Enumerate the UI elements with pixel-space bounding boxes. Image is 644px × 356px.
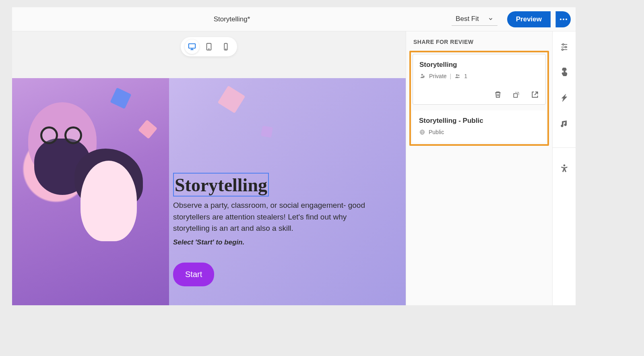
share-panel: SHARE FOR REVIEW Storytelling Private | … (406, 31, 552, 305)
resize-icon[interactable] (512, 91, 520, 99)
meta-divider: | (450, 73, 452, 79)
rail-audio[interactable] (559, 118, 570, 129)
trash-icon[interactable] (494, 91, 502, 99)
decor-shape (218, 86, 246, 114)
svg-point-4 (208, 49, 209, 49)
rail-divider (553, 147, 576, 148)
share-card-title: Storytelling (419, 61, 539, 69)
app-window: Storytelling* Best Fit Preview (12, 7, 576, 305)
device-switcher (181, 37, 237, 56)
slide[interactable]: Storytelling Observe a party, classroom,… (12, 78, 406, 305)
slide-hint[interactable]: Select 'Start' to begin. (173, 238, 394, 246)
slide-heading[interactable]: Storytelling (175, 174, 267, 196)
desktop-icon (188, 42, 196, 51)
more-icon (560, 19, 567, 20)
share-card-title: Storytelling - Public (419, 117, 539, 125)
mobile-icon (221, 42, 230, 51)
chevron-down-icon (488, 16, 493, 22)
share-card-private[interactable]: Storytelling Private | 1 (413, 54, 546, 105)
svg-rect-8 (423, 76, 425, 77)
decor-shape (261, 126, 273, 138)
share-heading: SHARE FOR REVIEW (406, 39, 552, 51)
svg-rect-13 (514, 94, 517, 97)
device-tablet[interactable] (202, 39, 216, 54)
zoom-label: Best Fit (456, 15, 479, 23)
preview-button[interactable]: Preview (507, 11, 551, 27)
svg-point-10 (458, 75, 459, 76)
svg-point-19 (562, 44, 564, 46)
share-card-meta: Public (419, 129, 539, 135)
slide-body[interactable]: Observe a party, classroom, or social en… (173, 200, 378, 234)
zoom-select[interactable]: Best Fit (452, 12, 497, 26)
share-highlight: Storytelling Private | 1 S (409, 51, 549, 146)
rail-properties[interactable] (559, 41, 570, 52)
rail-interactions[interactable] (559, 67, 570, 77)
accessibility-icon (560, 164, 569, 173)
right-rail (552, 31, 576, 305)
start-button[interactable]: Start (173, 263, 214, 286)
globe-icon (419, 129, 425, 135)
share-card-public[interactable]: Storytelling - Public Public (413, 110, 546, 143)
heading-selection[interactable]: Storytelling (173, 173, 269, 197)
document-title: Storytelling* (214, 15, 250, 23)
more-button[interactable] (555, 11, 571, 27)
viewers-icon (454, 73, 461, 79)
bolt-icon (560, 93, 569, 102)
svg-point-24 (563, 165, 565, 166)
share-card-actions (419, 91, 539, 99)
svg-point-7 (421, 74, 423, 76)
device-desktop[interactable] (185, 39, 199, 54)
svg-point-6 (225, 49, 226, 49)
svg-line-14 (535, 92, 538, 95)
share-card-meta: Private | 1 (419, 73, 539, 79)
svg-point-23 (561, 49, 563, 50)
svg-point-9 (456, 74, 458, 76)
tablet-icon (204, 42, 213, 51)
touch-icon (560, 68, 569, 77)
device-mobile[interactable] (219, 39, 233, 54)
rail-triggers[interactable] (559, 93, 570, 103)
slide-content: Storytelling Observe a party, classroom,… (169, 78, 406, 305)
viewers-count: 1 (464, 73, 467, 79)
illustration (12, 78, 169, 305)
visibility-label: Public (429, 129, 444, 135)
sliders-icon (560, 42, 569, 51)
rail-accessibility[interactable] (559, 163, 570, 174)
private-icon (419, 73, 426, 79)
svg-point-21 (565, 46, 566, 48)
main-area: Storytelling Observe a party, classroom,… (12, 31, 576, 305)
svg-rect-0 (189, 44, 196, 48)
open-external-icon[interactable] (531, 91, 539, 99)
topbar: Storytelling* Best Fit Preview (12, 7, 576, 31)
canvas-area: Storytelling Observe a party, classroom,… (12, 31, 406, 305)
music-icon (560, 119, 569, 128)
visibility-label: Private (429, 73, 447, 79)
